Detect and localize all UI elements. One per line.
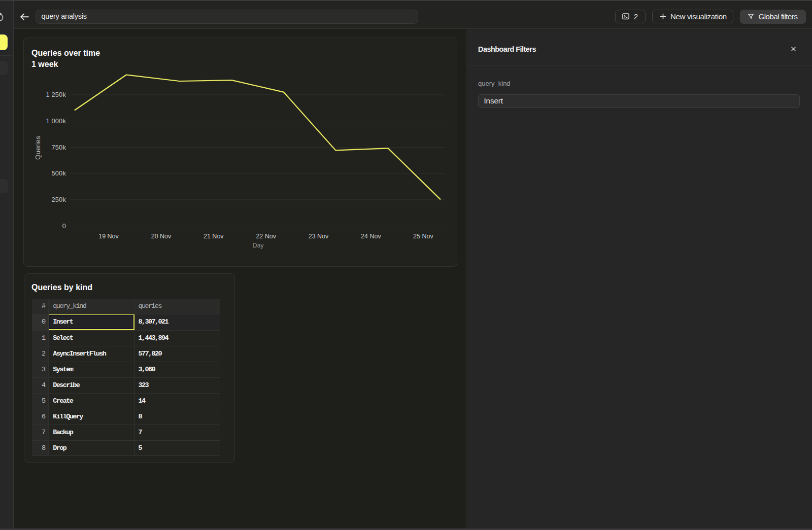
svg-text:25 Nov: 25 Nov [413, 233, 433, 240]
svg-text:23 Nov: 23 Nov [308, 233, 328, 240]
svg-text:250k: 250k [51, 196, 66, 203]
svg-text:24 Nov: 24 Nov [361, 233, 381, 240]
svg-text:20 Nov: 20 Nov [151, 233, 171, 240]
svg-text:Day: Day [252, 242, 264, 249]
svg-text:500k: 500k [51, 169, 66, 177]
svg-text:750k: 750k [51, 144, 66, 151]
svg-text:0: 0 [62, 222, 65, 230]
svg-text:19 Nov: 19 Nov [98, 233, 119, 240]
svg-text:1 250k: 1 250k [46, 91, 66, 98]
svg-text:Queries: Queries [34, 136, 42, 160]
svg-text:1 000k: 1 000k [46, 117, 66, 125]
svg-text:22 Nov: 22 Nov [256, 233, 276, 240]
svg-text:21 Nov: 21 Nov [203, 233, 223, 240]
